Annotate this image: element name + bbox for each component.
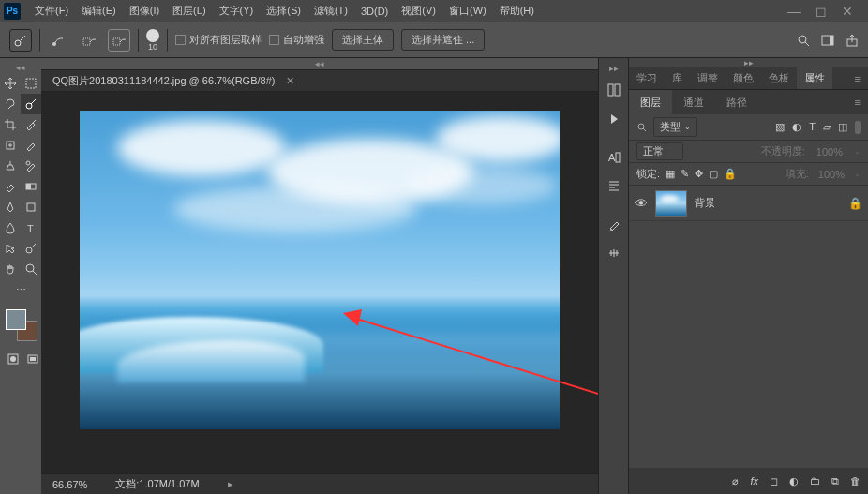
link-layers-icon[interactable]: ⌀ xyxy=(732,475,739,487)
sample-all-layers-checkbox[interactable]: 对所有图层取样 xyxy=(175,33,262,47)
brush-picker[interactable]: 10 xyxy=(146,29,159,52)
new-layer-icon[interactable]: ⧉ xyxy=(831,475,839,487)
layer-item[interactable]: 👁 背景 🔒 xyxy=(629,186,868,221)
menu-layer[interactable]: 图层(L) xyxy=(166,4,212,18)
filter-adjust-icon[interactable]: ◐ xyxy=(792,121,801,134)
new-selection-icon[interactable] xyxy=(48,29,70,52)
tab-learn[interactable]: 学习 xyxy=(629,67,665,89)
eraser-tool[interactable] xyxy=(0,176,21,197)
crop-tool[interactable] xyxy=(0,114,21,135)
filter-smart-icon[interactable]: ◫ xyxy=(838,121,847,134)
lasso-tool[interactable] xyxy=(0,94,21,114)
panel-collapse-icon[interactable]: ▸▸ xyxy=(629,58,868,67)
doc-info[interactable]: 文档:1.07M/1.07M xyxy=(115,477,199,491)
path-selection-tool[interactable] xyxy=(0,238,21,259)
dodge-tool[interactable] xyxy=(21,238,41,259)
workspace-icon[interactable] xyxy=(821,34,834,47)
clone-stamp-tool[interactable] xyxy=(0,156,21,176)
layer-mask-icon[interactable]: ◻ xyxy=(770,475,778,487)
tab-channels[interactable]: 通道 xyxy=(672,90,715,114)
filter-shape-icon[interactable]: ▱ xyxy=(823,121,831,134)
filter-search-icon[interactable] xyxy=(636,122,648,133)
character-panel-icon[interactable]: A xyxy=(603,146,625,169)
menu-window[interactable]: 窗口(W) xyxy=(442,4,493,18)
zoom-level[interactable]: 66.67% xyxy=(52,479,87,490)
layer-name[interactable]: 背景 xyxy=(695,196,715,210)
screen-mode-icon[interactable] xyxy=(23,349,41,369)
menu-filter[interactable]: 滤镜(T) xyxy=(307,4,354,18)
quick-mask-icon[interactable] xyxy=(4,349,22,369)
blur-tool[interactable] xyxy=(0,217,21,238)
filter-pixel-icon[interactable]: ▧ xyxy=(775,121,785,134)
tab-properties[interactable]: 属性 xyxy=(797,67,832,89)
color-swatches[interactable] xyxy=(0,309,41,343)
menu-type[interactable]: 文字(Y) xyxy=(213,4,261,18)
panel-menu-icon[interactable]: ≡ xyxy=(847,73,868,84)
tab-color[interactable]: 颜色 xyxy=(726,67,761,89)
layer-style-icon[interactable]: fx xyxy=(750,475,758,487)
shape-tool[interactable] xyxy=(21,197,41,217)
visibility-icon[interactable]: 👁 xyxy=(635,196,648,211)
delete-layer-icon[interactable]: 🗑 xyxy=(850,475,861,487)
history-brush-tool[interactable] xyxy=(21,156,41,176)
gradient-tool[interactable] xyxy=(21,176,41,197)
hand-tool[interactable] xyxy=(0,259,21,279)
pen-tool[interactable] xyxy=(0,197,21,217)
zoom-tool[interactable] xyxy=(21,259,41,279)
history-panel-icon[interactable] xyxy=(603,79,625,101)
healing-brush-tool[interactable] xyxy=(0,135,21,156)
layer-thumbnail[interactable] xyxy=(655,190,687,217)
foreground-color[interactable] xyxy=(6,309,26,330)
eyedropper-tool[interactable] xyxy=(21,114,41,135)
tab-layers[interactable]: 图层 xyxy=(629,90,672,114)
lock-pixels-icon[interactable]: ✎ xyxy=(681,168,689,180)
menu-view[interactable]: 视图(V) xyxy=(395,4,442,18)
paragraph-panel-icon[interactable] xyxy=(603,174,625,197)
menu-3d[interactable]: 3D(D) xyxy=(354,6,395,17)
lock-artboard-icon[interactable]: ▢ xyxy=(709,168,718,180)
brush-tool[interactable] xyxy=(21,135,41,156)
doc-collapse-icon[interactable]: ◂◂ xyxy=(41,58,598,69)
maximize-icon[interactable]: ◻ xyxy=(816,4,827,19)
select-subject-button[interactable]: 选择主体 xyxy=(332,29,394,51)
close-tab-icon[interactable]: ✕ xyxy=(286,75,294,87)
canvas[interactable] xyxy=(80,111,560,429)
close-icon[interactable]: ✕ xyxy=(842,4,853,19)
add-selection-icon[interactable] xyxy=(78,29,100,52)
tab-adjustments[interactable]: 调整 xyxy=(690,67,726,89)
tab-swatches[interactable]: 色板 xyxy=(761,67,797,89)
dock-expand-icon[interactable]: ▸▸ xyxy=(609,64,619,73)
blend-mode-select[interactable]: 正常 xyxy=(636,142,683,160)
tool-preset-picker[interactable] xyxy=(9,29,32,52)
filter-toggle-icon[interactable] xyxy=(855,121,861,134)
move-tool[interactable] xyxy=(0,73,21,94)
layer-group-icon[interactable]: 🗀 xyxy=(810,475,820,487)
type-tool[interactable]: T xyxy=(21,217,41,238)
lock-all-icon[interactable]: 🔒 xyxy=(724,168,737,180)
opacity-value[interactable]: 100% xyxy=(813,145,846,158)
document-tab[interactable]: QQ图片20180311184442.jpg @ 66.7%(RGB/8#) ✕ xyxy=(41,69,598,92)
share-icon[interactable] xyxy=(846,34,859,47)
quick-selection-tool[interactable] xyxy=(21,94,41,114)
menu-image[interactable]: 图像(I) xyxy=(123,4,166,18)
marquee-tool[interactable] xyxy=(21,73,41,94)
lock-transparency-icon[interactable]: ▦ xyxy=(666,168,675,180)
subtract-selection-icon[interactable] xyxy=(108,29,130,52)
layers-menu-icon[interactable]: ≡ xyxy=(847,97,868,108)
search-icon[interactable] xyxy=(797,34,810,47)
toolbar-collapse-icon[interactable]: ◂◂ xyxy=(0,62,41,73)
minimize-icon[interactable]: — xyxy=(787,4,801,19)
brushes-panel-icon[interactable] xyxy=(603,214,625,236)
menu-edit[interactable]: 编辑(E) xyxy=(75,4,123,18)
adjustment-layer-icon[interactable]: ◐ xyxy=(789,475,799,487)
brush-settings-panel-icon[interactable] xyxy=(603,242,625,264)
actions-panel-icon[interactable] xyxy=(603,107,625,129)
menu-help[interactable]: 帮助(H) xyxy=(493,4,541,18)
filter-type-icon[interactable]: T xyxy=(809,121,816,134)
tab-paths[interactable]: 路径 xyxy=(715,90,758,114)
lock-position-icon[interactable]: ✥ xyxy=(695,168,703,180)
menu-file[interactable]: 文件(F) xyxy=(28,4,75,18)
doc-info-chevron-icon[interactable]: ▸ xyxy=(228,478,233,490)
tab-libraries[interactable]: 库 xyxy=(665,67,690,89)
layer-filter-type[interactable]: 类型 ⌄ xyxy=(653,117,697,137)
